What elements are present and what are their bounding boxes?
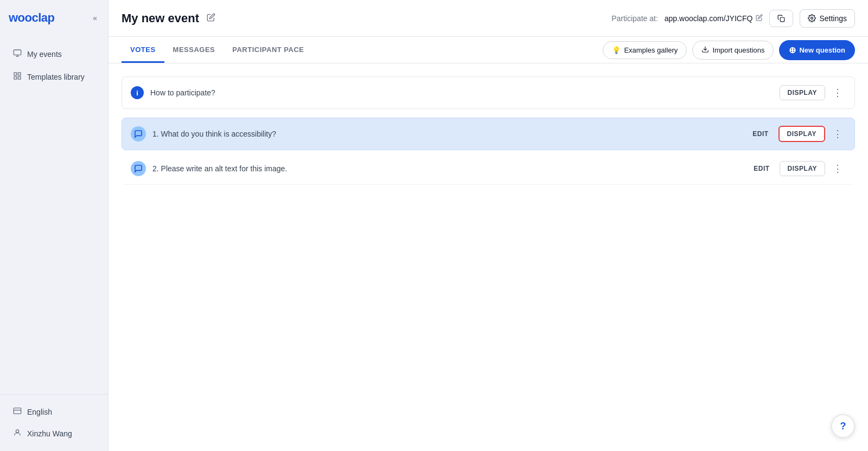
bulb-icon: 💡 (612, 46, 621, 54)
sidebar-nav: My events Templates library (0, 38, 108, 394)
user-icon (13, 428, 22, 439)
help-button[interactable]: ? (831, 414, 855, 438)
question-2-text: 2. Please write an alt text for this ima… (152, 164, 748, 173)
question-1-type-icon (131, 126, 146, 141)
collapse-sidebar-button[interactable] (91, 11, 99, 25)
info-icon: i (131, 86, 144, 99)
question-row-1: 1. What do you think is accessibility? E… (122, 118, 855, 150)
sidebar-logo-area: wooclap (0, 0, 108, 38)
sidebar-item-templates-library[interactable]: Templates library (4, 66, 104, 88)
participate-url: app.wooclap.com/JYICFQ (665, 14, 763, 23)
question-1-actions: EDIT DISPLAY ⋮ (747, 126, 846, 142)
sidebar-footer: English Xinzhu Wang (0, 394, 108, 451)
copy-url-button[interactable] (769, 10, 793, 27)
participate-label: Participate at: (611, 14, 658, 23)
language-icon (13, 407, 22, 417)
header: My new event Participate at: app.wooclap… (108, 0, 868, 37)
import-icon (701, 46, 709, 55)
dots-icon: ⋮ (833, 87, 843, 98)
sidebar-item-language[interactable]: English (4, 401, 104, 423)
svg-point-9 (16, 430, 18, 433)
tab-participant-pace[interactable]: PARTICIPANT PACE (224, 37, 312, 63)
svg-rect-10 (781, 17, 785, 22)
question-1-edit-button[interactable]: EDIT (747, 127, 774, 141)
chevrons-icon (93, 13, 97, 22)
sidebar-user-label: Xinzhu Wang (27, 429, 72, 438)
tabs-bar: VOTES MESSAGES PARTICIPANT PACE 💡 Exampl… (108, 37, 868, 63)
header-right: Participate at: app.wooclap.com/JYICFQ S… (611, 9, 855, 28)
question-2-display-button[interactable]: DISPLAY (780, 161, 825, 176)
how-to-participate-display-button[interactable]: DISPLAY (780, 85, 825, 100)
examples-gallery-button[interactable]: 💡 Examples gallery (603, 41, 687, 59)
plus-circle-icon: ⊕ (789, 45, 796, 55)
content-area: i How to participate? DISPLAY ⋮ 1. What … (108, 63, 868, 451)
svg-rect-7 (14, 408, 21, 414)
dots-icon: ⋮ (833, 128, 843, 139)
svg-rect-6 (18, 76, 21, 79)
question-2-actions: EDIT DISPLAY ⋮ (748, 160, 846, 177)
question-2-more-button[interactable]: ⋮ (829, 160, 846, 177)
monitor-icon (13, 49, 22, 60)
event-title-area: My new event (122, 11, 218, 26)
how-to-participate-row: i How to participate? DISPLAY ⋮ (122, 76, 855, 109)
svg-rect-4 (18, 73, 21, 75)
tab-votes[interactable]: VOTES (122, 37, 164, 63)
svg-rect-5 (14, 76, 17, 79)
sidebar-item-my-events[interactable]: My events (4, 43, 104, 65)
svg-point-11 (811, 17, 813, 20)
question-1-display-button[interactable]: DISPLAY (778, 126, 825, 142)
tab-messages[interactable]: MESSAGES (164, 37, 224, 63)
new-question-button[interactable]: ⊕ New question (779, 40, 855, 60)
info-row-actions: DISPLAY ⋮ (780, 85, 846, 101)
sidebar-item-my-events-label: My events (27, 50, 62, 59)
question-row-2: 2. Please write an alt text for this ima… (122, 152, 855, 185)
event-title-text: My new event (122, 11, 199, 25)
question-2-type-icon (131, 161, 146, 176)
how-to-participate-text: How to participate? (150, 88, 780, 97)
sidebar-item-templates-label: Templates library (27, 73, 85, 81)
sidebar-item-user[interactable]: Xinzhu Wang (4, 423, 104, 444)
dots-icon: ⋮ (833, 163, 843, 174)
settings-button[interactable]: Settings (800, 9, 855, 28)
question-1-text: 1. What do you think is accessibility? (152, 130, 747, 138)
svg-rect-0 (14, 50, 21, 55)
settings-label: Settings (819, 14, 847, 23)
import-questions-button[interactable]: Import questions (692, 41, 774, 60)
templates-icon (13, 72, 22, 82)
edit-title-button[interactable] (205, 11, 218, 26)
sidebar: wooclap My events Templates library Engl… (0, 0, 108, 451)
question-1-more-button[interactable]: ⋮ (829, 126, 846, 142)
how-to-participate-more-button[interactable]: ⋮ (829, 85, 846, 101)
tabs-actions: 💡 Examples gallery Import questions ⊕ Ne… (603, 40, 855, 60)
svg-rect-3 (14, 73, 17, 75)
question-2-edit-button[interactable]: EDIT (748, 162, 775, 176)
main-content: My new event Participate at: app.wooclap… (108, 0, 868, 451)
edit-url-button[interactable] (756, 14, 763, 23)
sidebar-language-label: English (27, 408, 52, 416)
logo: wooclap (9, 11, 55, 25)
